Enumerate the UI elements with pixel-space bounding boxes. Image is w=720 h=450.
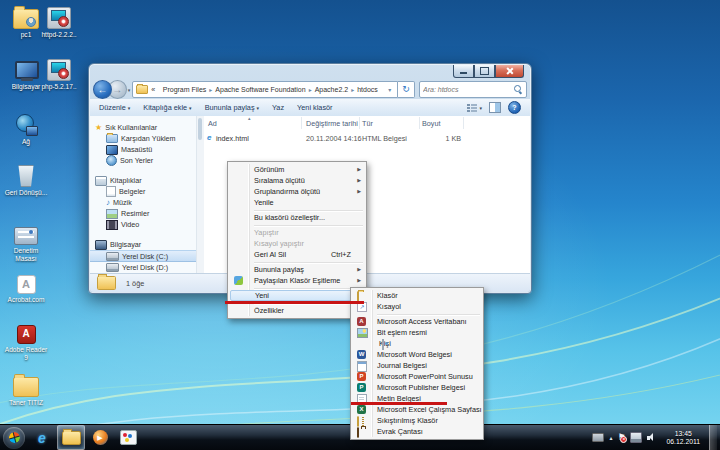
menu-item-gorunum[interactable]: Görünüm▶ <box>229 164 365 175</box>
breadcrumb-segment[interactable]: Apache2.2 <box>315 86 348 93</box>
desktop-icon-taner[interactable]: Taner TITIZ <box>3 373 49 407</box>
sidebar-item-label: Yerel Disk (C:) <box>122 252 168 261</box>
sort-ascending-icon: ▴ <box>248 115 251 121</box>
sidebar-item-resimler[interactable]: Resimler <box>90 208 196 219</box>
menu-item-yeni[interactable]: Yeni▶ <box>230 290 364 301</box>
submenu-item-word[interactable]: WMicrosoft Word Belgesi <box>352 349 482 360</box>
breadcrumb-segment[interactable]: Program Files <box>163 86 207 93</box>
breadcrumb[interactable]: « Program Files ▸ Apache Software Founda… <box>132 81 398 98</box>
desktop-icon-php[interactable]: php-5.2.17.. <box>36 57 82 91</box>
share-with-button[interactable]: Bununla paylaş▾ <box>205 103 259 112</box>
taskbar-media-player[interactable]: ▶ <box>87 426 113 449</box>
breadcrumb-segment[interactable]: Apache Software Foundation <box>215 86 305 93</box>
sidebar-item-kitapliklar[interactable]: Kitaplıklar <box>90 175 196 186</box>
sidebar-item-label: Bilgisayar <box>110 240 141 249</box>
taskbar-paint[interactable] <box>115 426 141 449</box>
sidebar-item-label: Resimler <box>121 209 149 218</box>
menu-item-label: Sıralama ölçütü <box>254 176 305 185</box>
change-view-button[interactable]: ▾ <box>467 104 482 112</box>
submenu-item-access[interactable]: AMicrosoft Access Veritabanı <box>352 316 482 327</box>
menu-item-label: Journal Belgesi <box>377 361 427 370</box>
column-header-degistirme[interactable]: Değiştirme tarihi <box>306 119 358 128</box>
close-button[interactable] <box>495 65 524 78</box>
taskbar-clock[interactable]: 13:45 06.12.2011 <box>662 430 704 446</box>
breadcrumb-overflow[interactable]: « <box>151 86 155 93</box>
menu-item-bununla-paylas[interactable]: Bununla paylaş▶ <box>229 264 365 275</box>
desktop-icon-ag[interactable]: Ağ <box>3 112 49 146</box>
file-row-index-html[interactable]: e index.html 20.11.2004 14:16 HTML Belge… <box>204 132 528 144</box>
desktop-icon-denetim-masasi[interactable]: Denetim Masası <box>3 221 49 262</box>
minimize-button[interactable] <box>453 65 474 78</box>
sidebar-item-son-yerler[interactable]: Son Yerler <box>90 155 196 166</box>
title-bar[interactable] <box>89 64 531 80</box>
sidebar-item-belgeler[interactable]: Belgeler <box>90 186 196 197</box>
submenu-item-publisher[interactable]: PMicrosoft Publisher Belgesi <box>352 382 482 393</box>
organize-button[interactable]: Düzenle▾ <box>99 103 130 112</box>
submenu-item-klasor[interactable]: Klasör <box>352 290 482 301</box>
address-bar-row: ← → ▾ « Program Files ▸ Apache Software … <box>93 80 527 99</box>
chevron-right-icon[interactable]: ▸ <box>309 86 312 93</box>
submenu-item-journal[interactable]: Journal Belgesi <box>352 360 482 371</box>
maximize-button[interactable] <box>474 65 495 78</box>
new-folder-button[interactable]: Yeni klasör <box>297 103 332 112</box>
menu-item-label: Klasör <box>377 291 398 300</box>
wmp-icon: ▶ <box>93 430 108 445</box>
sidebar-item-video[interactable]: Video <box>90 219 196 230</box>
volume-icon[interactable] <box>647 433 657 442</box>
submenu-item-sikistirilmis-klasor[interactable]: Sıkıştırılmış Klasör <box>352 415 482 426</box>
tray-expand-icon[interactable]: ▴ <box>609 434 612 441</box>
search-box[interactable] <box>419 81 527 98</box>
sidebar-item-bilgisayar[interactable]: Bilgisayar <box>90 239 196 250</box>
desktop-icon-geri-donusum[interactable]: Geri Dönüşü... <box>3 163 49 197</box>
desktop-icon-httpd[interactable]: httpd-2.2.2.. <box>36 5 82 39</box>
sidebar-item-masaustu[interactable]: Masaüstü <box>90 144 196 155</box>
sidebar-item-muzik[interactable]: ♪Müzik <box>90 197 196 208</box>
taskbar-explorer[interactable] <box>57 425 85 450</box>
column-header-ad[interactable]: Ad <box>208 119 217 128</box>
menu-item-yenile[interactable]: Yenile <box>229 197 365 208</box>
submenu-arrow-icon: ▶ <box>357 175 361 186</box>
chevron-right-icon[interactable]: ▸ <box>351 86 354 93</box>
action-center-icon[interactable]: ⚑x <box>617 433 625 442</box>
menu-item-paylasilan-klasor-esitleme[interactable]: Paylaşılan Klasör Eşitleme▶ <box>229 275 365 286</box>
column-header-boyut[interactable]: Boyut <box>422 119 440 128</box>
tray-device-icon[interactable] <box>592 433 604 442</box>
breadcrumb-segment[interactable]: htdocs <box>357 86 378 93</box>
network-tray-icon[interactable] <box>630 432 642 443</box>
sidebar-item-karsidan-yuklem[interactable]: Karşıdan Yüklem <box>90 133 196 144</box>
submenu-item-bit-eslem[interactable]: Bit eşlem resmi <box>352 327 482 338</box>
help-button[interactable]: ? <box>508 101 521 114</box>
desktop-icon-adobe-reader[interactable]: A Adobe Reader 9 <box>3 320 49 361</box>
submenu-item-kisi[interactable]: Kişi <box>352 338 482 349</box>
show-desktop-button[interactable] <box>709 425 717 450</box>
search-input[interactable] <box>423 86 514 93</box>
add-to-library-button[interactable]: Kitaplığa ekle▾ <box>143 103 191 112</box>
sidebar-scrollbar[interactable] <box>196 116 204 273</box>
menu-item-gruplandirma-olcutu[interactable]: Gruplandırma ölçütü▶ <box>229 186 365 197</box>
recent-pages-dropdown[interactable]: ▾ <box>128 87 131 93</box>
back-button[interactable]: ← <box>93 80 112 99</box>
submenu-item-powerpoint[interactable]: PMicrosoft PowerPoint Sunusu <box>352 371 482 382</box>
start-button[interactable] <box>3 427 25 449</box>
address-dropdown-icon[interactable]: ▾ <box>388 86 391 93</box>
chevron-right-icon[interactable]: ▸ <box>209 86 212 93</box>
column-header-tur[interactable]: Tür <box>362 119 373 128</box>
sidebar-item-yerel-disk-d[interactable]: Yerel Disk (D:) <box>90 262 196 273</box>
folder-icon <box>13 377 39 397</box>
menu-item-ozellikler[interactable]: Özellikler <box>229 305 365 316</box>
menu-item-siralama-olcutu[interactable]: Sıralama ölçütü▶ <box>229 175 365 186</box>
scrollbar-thumb[interactable] <box>198 118 202 140</box>
submenu-item-excel[interactable]: XMicrosoft Excel Çalışma Sayfası <box>352 404 482 415</box>
sidebar-item-sik-kullanilanlar[interactable]: ★Sık Kullanılanlar <box>90 122 196 133</box>
taskbar-ie[interactable]: e <box>29 426 55 449</box>
desktop-icon-acrobat[interactable]: A Acrobat.com <box>3 270 49 304</box>
submenu-item-evrak-cantasi[interactable]: Evrak Çantası <box>352 426 482 437</box>
menu-item-bu-klasoru-ozellestir[interactable]: Bu klasörü özelleştir... <box>229 212 365 223</box>
refresh-button[interactable]: ↻ <box>398 81 415 98</box>
sidebar-item-yerel-disk-c[interactable]: Yerel Disk (C:) <box>90 250 196 262</box>
menu-item-geri-al-sil[interactable]: Geri Al SilCtrl+Z <box>229 249 365 260</box>
submenu-item-kisayol[interactable]: ↗Kısayol <box>352 301 482 312</box>
preview-pane-button[interactable] <box>489 102 501 113</box>
sidebar-item-label: Müzik <box>113 198 132 207</box>
burn-button[interactable]: Yaz <box>272 103 284 112</box>
